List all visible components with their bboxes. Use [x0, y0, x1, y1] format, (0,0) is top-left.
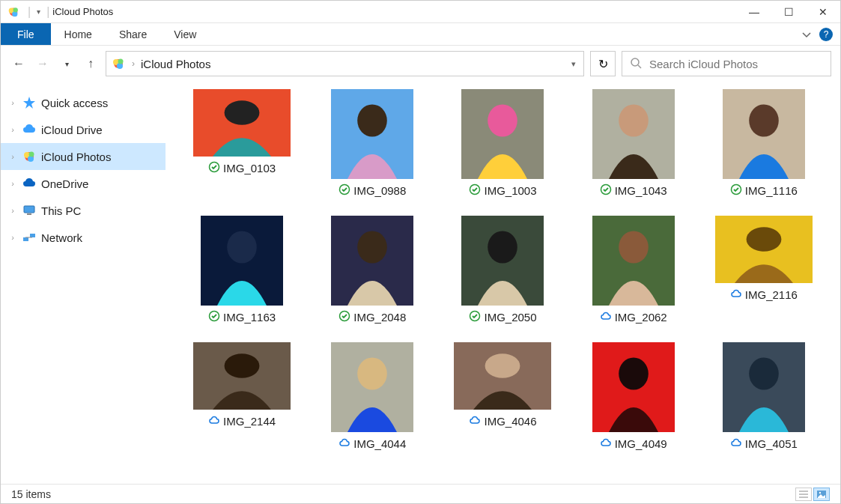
expand-icon[interactable]: › [8, 206, 17, 215]
icloud-drive-icon [22, 122, 37, 137]
synced-icon [730, 183, 742, 198]
address-dropdown-icon[interactable]: ▾ [568, 59, 579, 69]
navigation-row: ← → ▾ ↑ › iCloud Photos ▾ ↻ [1, 46, 840, 82]
photo-thumbnail[interactable] [331, 216, 413, 306]
photo-thumbnail[interactable] [715, 216, 813, 283]
photo-item[interactable]: IMG_4051 [702, 342, 825, 451]
photo-caption: IMG_2144 [208, 414, 276, 428]
thumbnails-view-button[interactable] [813, 488, 830, 501]
svg-point-41 [488, 231, 518, 263]
cloud-icon [208, 414, 220, 428]
synced-icon [469, 183, 481, 198]
svg-point-8 [631, 58, 639, 66]
ribbon-expand-icon[interactable] [794, 23, 819, 45]
svg-point-38 [357, 231, 387, 263]
photo-item[interactable]: IMG_4049 [572, 342, 695, 451]
photo-thumbnail[interactable] [461, 216, 544, 306]
expand-icon[interactable]: › [8, 152, 17, 161]
svg-rect-14 [24, 206, 34, 213]
item-count: 15 items [11, 488, 51, 500]
synced-icon [208, 161, 220, 175]
photo-item[interactable]: IMG_2116 [702, 216, 825, 324]
tab-share[interactable]: Share [106, 23, 160, 45]
refresh-button[interactable]: ↻ [590, 51, 616, 76]
photo-name: IMG_2116 [745, 288, 798, 301]
photo-item[interactable]: IMG_0988 [311, 89, 434, 198]
sidebar-item-this-pc[interactable]: ›This PC [1, 197, 166, 224]
photo-item[interactable]: IMG_1043 [572, 89, 695, 198]
photo-thumbnail[interactable] [592, 89, 675, 179]
help-button[interactable]: ? [819, 28, 833, 41]
photo-item[interactable]: IMG_4046 [441, 342, 564, 451]
forward-button[interactable]: → [34, 55, 52, 73]
photo-item[interactable]: IMG_0103 [180, 89, 303, 198]
synced-icon [600, 183, 612, 198]
onedrive-icon [22, 176, 37, 191]
photo-caption: IMG_2116 [730, 288, 798, 302]
photo-item[interactable]: IMG_2144 [180, 342, 303, 451]
photo-thumbnail[interactable] [461, 89, 544, 179]
photo-item[interactable]: IMG_4044 [311, 342, 434, 451]
tab-view[interactable]: View [160, 23, 210, 45]
photo-thumbnail[interactable] [193, 342, 291, 410]
photo-item[interactable]: IMG_1163 [180, 216, 303, 324]
title-bar: | ▾ | iCloud Photos — ☐ ✕ [1, 1, 840, 23]
file-tab[interactable]: File [1, 23, 51, 45]
breadcrumb-sep-icon: › [132, 58, 135, 69]
photo-caption: IMG_4046 [469, 414, 536, 428]
photo-name: IMG_0103 [223, 162, 276, 174]
expand-icon[interactable]: › [8, 98, 17, 107]
search-input[interactable] [649, 58, 823, 70]
search-box[interactable] [622, 51, 831, 76]
content-pane[interactable]: IMG_0103IMG_0988IMG_1003IMG_1043IMG_1116… [166, 82, 840, 484]
breadcrumb-current[interactable]: iCloud Photos [141, 58, 210, 70]
photo-name: IMG_2144 [223, 415, 276, 428]
sidebar-item-quick-access[interactable]: ›Quick access [1, 89, 166, 116]
photo-item[interactable]: IMG_2048 [311, 216, 434, 324]
photo-item[interactable]: IMG_2062 [572, 216, 695, 324]
photo-thumbnail[interactable] [193, 89, 291, 157]
quick-access-dropdown-icon[interactable]: ▾ [37, 7, 40, 16]
sidebar-item-label: This PC [41, 204, 81, 217]
up-button[interactable]: ↑ [82, 55, 100, 73]
photo-thumbnail[interactable] [723, 89, 805, 179]
minimize-button[interactable]: — [737, 1, 771, 23]
maximize-button[interactable]: ☐ [771, 1, 806, 23]
tab-home[interactable]: Home [51, 23, 106, 45]
back-button[interactable]: ← [10, 55, 28, 73]
recent-dropdown[interactable]: ▾ [58, 55, 76, 73]
photo-caption: IMG_1163 [208, 310, 276, 324]
photo-item[interactable]: IMG_1116 [702, 89, 825, 198]
svg-rect-15 [27, 213, 31, 215]
photo-thumbnail[interactable] [454, 342, 551, 410]
close-button[interactable]: ✕ [806, 1, 840, 23]
expand-icon[interactable]: › [8, 179, 17, 188]
expand-icon[interactable]: › [8, 233, 17, 242]
sidebar-item-icloud-drive[interactable]: ›iCloud Drive [1, 116, 166, 143]
photo-thumbnail[interactable] [331, 342, 413, 432]
photo-caption: IMG_1043 [600, 183, 667, 198]
svg-point-20 [225, 100, 260, 124]
synced-icon [469, 310, 481, 324]
sidebar-item-icloud-photos[interactable]: ›iCloud Photos [1, 143, 166, 170]
photo-thumbnail[interactable] [592, 216, 675, 306]
photo-name: IMG_1163 [223, 311, 276, 324]
icloud-photos-icon [22, 149, 37, 164]
sidebar-item-network[interactable]: ›Network [1, 224, 166, 251]
photo-thumbnail[interactable] [592, 342, 675, 432]
sidebar-item-onedrive[interactable]: ›OneDrive [1, 170, 166, 197]
photo-item[interactable]: IMG_2050 [441, 216, 564, 324]
photo-thumbnail[interactable] [331, 89, 413, 179]
photo-item[interactable]: IMG_1003 [441, 89, 564, 198]
svg-point-7 [118, 59, 124, 64]
photo-caption: IMG_2050 [469, 310, 536, 324]
photo-thumbnail[interactable] [723, 342, 805, 432]
details-view-button[interactable] [795, 488, 812, 501]
photo-name: IMG_1116 [745, 184, 798, 197]
photo-caption: IMG_4049 [600, 437, 667, 451]
cloud-icon [338, 437, 350, 451]
synced-icon [338, 310, 350, 324]
photo-thumbnail[interactable] [201, 216, 283, 306]
expand-icon[interactable]: › [8, 125, 17, 134]
address-bar[interactable]: › iCloud Photos ▾ [106, 51, 584, 76]
